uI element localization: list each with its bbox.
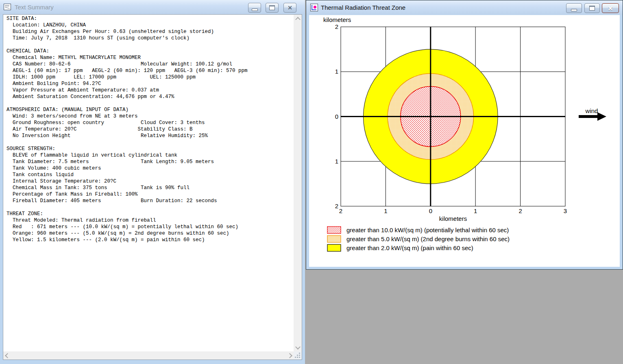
summary-text: SITE DATA: Location: LANZHOU, CHINA Buil… [3, 15, 294, 243]
threat-zone-titlebar[interactable]: Thermal Radiation Threat Zone ✕ [306, 0, 623, 15]
horizontal-scrollbar[interactable] [3, 351, 294, 360]
threat-zone-plot-icon [310, 4, 318, 11]
x-tick-label: 3 [564, 207, 567, 214]
y-tick-label: 1 [335, 68, 338, 75]
wind-arrow-shaft [579, 115, 597, 118]
maximize-button[interactable] [584, 3, 600, 13]
threat-zone-window: Thermal Radiation Threat Zone ✕ 21012321… [306, 0, 623, 270]
window-title: Text Summary [15, 4, 54, 11]
text-summary-window: Text Summary ✕ SITE DATA: Location: LANZ… [0, 0, 305, 364]
y-tick-label: 2 [335, 23, 338, 30]
chevron-left-icon [5, 353, 10, 358]
maximize-button[interactable] [266, 3, 279, 13]
scroll-right-button[interactable] [285, 351, 294, 360]
chevron-down-icon [295, 344, 301, 349]
threat-zone-content: 21012321012kilometerskilometerswindgreat… [309, 15, 620, 267]
scrollbar-corner [294, 351, 302, 360]
threat-zone-plot: 21012321012kilometerskilometerswindgreat… [309, 15, 620, 267]
chevron-up-icon [295, 17, 301, 22]
minimize-button[interactable] [566, 3, 582, 13]
maximize-icon [269, 5, 275, 10]
x-axis-title: kilometers [439, 215, 467, 222]
x-tick-label: 1 [474, 207, 477, 214]
desktop: { "desktop": { "background_color": "#aba… [0, 0, 623, 364]
x-tick-label: 2 [339, 207, 342, 214]
y-tick-label: 0 [335, 113, 338, 120]
minimize-icon [571, 9, 577, 11]
legend-label-red: greater than 10.0 kW/(sq m) (potentially… [346, 227, 509, 233]
legend-swatch-red [327, 227, 341, 233]
maximize-icon [589, 6, 595, 11]
text-summary-content: SITE DATA: Location: LANZHOU, CHINA Buil… [3, 15, 302, 360]
legend-swatch-orange [327, 235, 341, 242]
x-tick-label: 1 [384, 207, 387, 214]
y-tick-label: 1 [335, 158, 338, 165]
vertical-scrollbar[interactable] [294, 15, 302, 351]
resize-grip-icon[interactable] [299, 357, 300, 358]
text-viewport: SITE DATA: Location: LANZHOU, CHINA Buil… [3, 15, 294, 351]
minimize-icon [252, 9, 258, 11]
legend-swatch-yellow [327, 244, 341, 251]
scroll-down-button[interactable] [294, 343, 302, 351]
y-axis-title: kilometers [323, 16, 351, 23]
chevron-right-icon [287, 353, 292, 358]
close-icon: ✕ [288, 5, 292, 11]
y-tick-label: 2 [335, 203, 338, 209]
close-button[interactable]: ✕ [602, 3, 619, 13]
legend-label-yellow: greater than 2.0 kW/(sq m) (pain within … [346, 244, 473, 251]
x-tick-label: 0 [429, 207, 432, 214]
text-document-icon [4, 4, 11, 10]
x-tick-label: 2 [518, 207, 522, 214]
scroll-up-button[interactable] [294, 15, 302, 23]
legend-label-orange: greater than 5.0 kW/(sq m) (2nd degree b… [346, 235, 510, 242]
window-title: Thermal Radiation Threat Zone [321, 4, 405, 11]
wind-arrow-head-icon [597, 112, 606, 121]
minimize-button[interactable] [248, 3, 261, 13]
text-summary-titlebar[interactable]: Text Summary ✕ [0, 0, 305, 15]
close-icon: ✕ [608, 5, 613, 11]
scroll-left-button[interactable] [3, 351, 11, 360]
wind-label: wind [585, 107, 598, 114]
close-button[interactable]: ✕ [283, 3, 296, 13]
